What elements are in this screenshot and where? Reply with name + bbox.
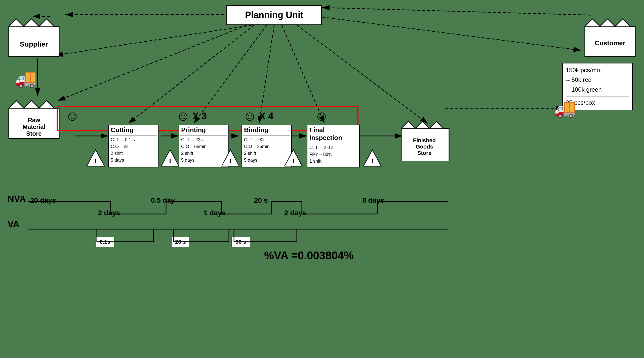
cutting-smiley: ☺ [65, 108, 79, 124]
final-inspection-process-box: FinalInspection C. T. – 2.0 sFPY – 88%1 … [307, 125, 360, 167]
customer-info-line3: -- 100k green [566, 85, 629, 94]
svg-text:I: I [292, 157, 294, 165]
pct-va-label: %VA =0.003804% [264, 249, 354, 262]
nva-time-3: 0.5 day [151, 196, 175, 204]
svg-text:Raw: Raw [28, 117, 40, 123]
svg-line-6 [307, 15, 581, 50]
svg-text:I: I [169, 157, 171, 165]
customer-info-line1: 150k pcs/mo. [566, 65, 629, 75]
printing-smiley: ☺ [176, 108, 190, 124]
inventory-triangle-2: I [160, 149, 180, 169]
svg-line-0 [55, 25, 252, 55]
printing-title: Printing [179, 125, 228, 135]
svg-text:Store: Store [417, 150, 431, 156]
customer-factory-icon: Customer [584, 14, 636, 59]
nva-time-4: 1 days [204, 209, 226, 217]
planning-unit-box: Planning Unit [226, 5, 322, 25]
planning-unit-label: Planning Unit [245, 10, 303, 20]
printing-multiplier: X 3 [192, 111, 207, 122]
va-label: VA [8, 219, 19, 230]
nva-time-2: 2 days [98, 209, 120, 217]
cutting-title: Cutting [109, 125, 158, 135]
final-inspection-details: C. T. – 2.0 sFPY – 88%1 shift [307, 143, 359, 166]
svg-line-1 [58, 25, 247, 101]
binding-smiley: ☺ [243, 108, 257, 124]
supplier-factory-icon: Supplier [8, 14, 60, 59]
customer-truck-icon: 🚚 [554, 98, 576, 119]
svg-text:I: I [371, 157, 373, 165]
nva-time-1: 20 days [30, 196, 56, 204]
nva-label: NVA [8, 194, 26, 204]
svg-line-17 [322, 8, 591, 15]
binding-multiplier: X 4 [259, 111, 273, 122]
svg-text:Goods: Goods [416, 144, 433, 150]
inventory-triangle-5: I [362, 149, 382, 169]
nva-time-5: 20 s [254, 196, 268, 204]
svg-text:Finished: Finished [413, 137, 436, 144]
cutting-process-box: Cutting C. T. – 0.1 sC.O – nil2 shift5 d… [108, 125, 158, 167]
final-inspection-smiley: ☺ [314, 108, 329, 124]
supplier-truck-icon: 🚚 [15, 68, 37, 89]
svg-text:Store: Store [26, 130, 42, 137]
svg-text:Customer: Customer [595, 39, 625, 47]
svg-text:I: I [229, 157, 231, 165]
svg-text:Material: Material [23, 123, 46, 130]
cutting-details: C. T. – 0.1 sC.O – nil2 shift5 days [109, 135, 158, 165]
customer-info-line2: -- 50k red [566, 75, 629, 85]
nva-time-6: 2 days [284, 209, 306, 217]
nva-time-7: 8 days [362, 196, 384, 204]
binding-title: Binding [242, 125, 291, 135]
svg-text:Supplier: Supplier [20, 40, 48, 48]
final-inspection-title: FinalInspection [307, 125, 359, 143]
inventory-triangle-4: I [283, 149, 303, 169]
finished-goods-store-icon: Finished Goods Store [400, 116, 450, 161]
inventory-triangle-1: I [86, 149, 106, 169]
raw-material-store-icon: Raw Material Store [8, 96, 60, 141]
svg-text:I: I [95, 157, 96, 165]
va-timeline [25, 222, 453, 252]
inventory-triangle-3: I [220, 149, 240, 169]
